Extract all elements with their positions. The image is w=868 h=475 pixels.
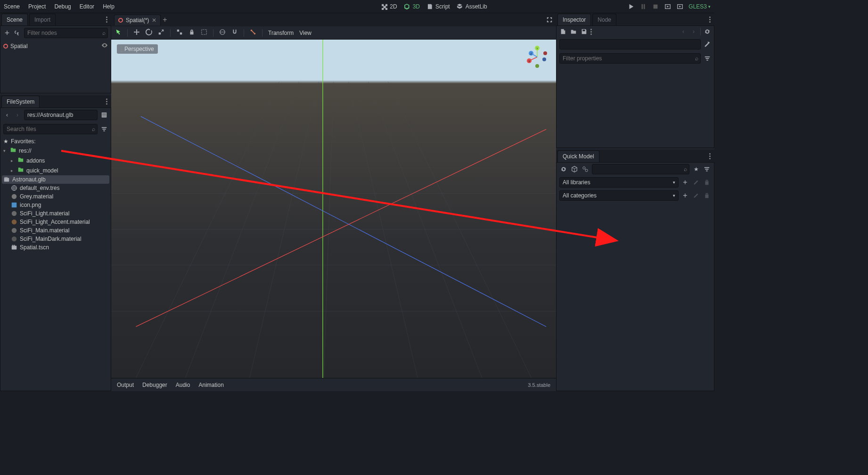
search-files-input[interactable] (3, 124, 98, 134)
svg-point-11 (12, 194, 17, 199)
tab-quickmodel[interactable]: Quick Model (557, 150, 599, 162)
file-grey-row[interactable]: Grey.material (0, 192, 111, 201)
file-scifi-maindark-row[interactable]: SciFi_MainDark.material (0, 235, 111, 243)
menu-project[interactable]: Project (28, 3, 46, 10)
qm-categories-select[interactable]: All categories ▾ (559, 190, 679, 201)
quickmodel-dock-menu-icon[interactable] (709, 153, 711, 159)
environment-icon[interactable] (219, 29, 226, 37)
file-scifi-main-row[interactable]: SciFi_Main.material (0, 226, 111, 235)
file-sort-button[interactable] (100, 125, 108, 133)
favorites-row[interactable]: ★ Favorites: (0, 137, 111, 146)
qm-sort-button[interactable] (703, 165, 711, 173)
resource-menu-icon[interactable] (590, 29, 592, 35)
select-mode-icon[interactable] (115, 29, 122, 37)
bottom-audio[interactable]: Audio (176, 382, 190, 388)
instance-scene-button[interactable] (14, 29, 21, 37)
filter-nodes-input[interactable] (24, 28, 108, 38)
group-icon[interactable] (201, 29, 207, 37)
view-menu[interactable]: View (299, 30, 311, 36)
filesystem-dock-menu-icon[interactable] (106, 98, 107, 105)
qm-instance-button[interactable] (581, 165, 590, 173)
resource-extra-button[interactable] (704, 41, 711, 48)
path-input[interactable] (24, 110, 98, 120)
inspector-dock-menu-icon[interactable] (709, 16, 711, 23)
qm-refresh-button[interactable] (559, 165, 568, 173)
tab-filesystem[interactable]: FileSystem (1, 96, 40, 107)
scene-root-node[interactable]: Spatial (0, 41, 111, 51)
resource-path-input[interactable] (559, 39, 701, 49)
save-resource-button[interactable] (580, 28, 588, 35)
history-back-button[interactable]: ‹ (680, 28, 687, 35)
folder-addons-row[interactable]: ▸ addons (0, 156, 111, 165)
history-forward-button[interactable]: › (690, 28, 697, 35)
qm-content-area[interactable] (557, 202, 714, 391)
file-spatial-row[interactable]: Spatial.tscn (0, 243, 111, 252)
scale-mode-icon[interactable] (158, 29, 164, 37)
property-options-button[interactable] (704, 55, 711, 62)
local-coords-icon[interactable] (176, 29, 183, 37)
transform-menu[interactable]: Transform (268, 30, 294, 36)
bottom-output[interactable]: Output (117, 382, 134, 388)
path-back-button[interactable]: ‹ (3, 111, 11, 119)
folder-quickmodel-row[interactable]: ▸ quick_model (0, 165, 111, 175)
qm-add-library-button[interactable]: + (681, 178, 689, 187)
scene-dock-menu-icon[interactable] (106, 16, 107, 23)
file-scifi-light-row[interactable]: SciFi_Light.material (0, 209, 111, 218)
bone-icon[interactable] (250, 29, 256, 37)
visibility-icon[interactable] (101, 42, 108, 50)
mode-script-button[interactable]: Script (426, 3, 450, 10)
bottom-animation[interactable]: Animation (198, 382, 223, 388)
add-node-button[interactable]: + (3, 29, 11, 37)
move-mode-icon[interactable] (133, 29, 140, 37)
lock-icon[interactable] (188, 29, 195, 37)
bottom-debugger[interactable]: Debugger (142, 382, 167, 388)
toggle-split-button[interactable] (100, 111, 108, 119)
stop-button[interactable] (652, 3, 659, 10)
svg-point-15 (12, 228, 17, 233)
menu-help[interactable]: Help (103, 3, 115, 10)
close-tab-icon[interactable]: ✕ (152, 17, 156, 24)
mode-assetlib-button[interactable]: AssetLib (457, 3, 487, 10)
qm-libraries-select[interactable]: All libraries ▾ (559, 177, 679, 188)
play-button[interactable] (627, 3, 635, 10)
mode-3d-button[interactable]: 3D (404, 3, 420, 10)
file-defaultenv-row[interactable]: default_env.tres (0, 184, 111, 192)
3d-viewport[interactable]: Perspective Y X Z (111, 40, 556, 378)
open-resource-button[interactable] (570, 28, 577, 35)
material-icon (11, 227, 17, 234)
tab-node[interactable]: Node (592, 14, 616, 25)
mode-2d-button[interactable]: 2D (381, 3, 397, 10)
svg-rect-22 (202, 30, 207, 35)
renderer-selector[interactable]: GLES3 ▾ (688, 3, 711, 10)
root-folder-row[interactable]: ▾ res:// (0, 146, 111, 156)
perspective-badge[interactable]: Perspective (117, 44, 158, 54)
file-scifi-accent-row[interactable]: SciFi_Light_Accent.material (0, 218, 111, 226)
tab-inspector[interactable]: Inspector (557, 14, 591, 25)
play-custom-scene-button[interactable] (676, 3, 684, 10)
tab-import[interactable]: Import (29, 14, 56, 25)
file-astronaut-row[interactable]: Astronaut.glb (2, 175, 109, 184)
snap-icon[interactable] (231, 29, 238, 37)
spatial-node-icon (118, 18, 123, 23)
refresh-button[interactable] (704, 28, 711, 35)
filter-properties-input[interactable] (559, 53, 701, 64)
file-icon-row[interactable]: icon.png (0, 201, 111, 209)
pause-button[interactable] (639, 3, 647, 10)
new-resource-button[interactable] (559, 28, 567, 35)
scene-tab-spatial[interactable]: Spatial(*) ✕ (114, 15, 161, 25)
menu-scene[interactable]: Scene (4, 3, 20, 10)
distraction-free-button[interactable] (546, 16, 553, 24)
rotate-mode-icon[interactable] (146, 29, 152, 37)
tab-scene[interactable]: Scene (1, 14, 28, 25)
viewport-gizmo[interactable]: Y X Z (525, 45, 549, 69)
qm-cube-button[interactable] (570, 165, 579, 173)
new-scene-button[interactable]: + (163, 16, 167, 24)
menu-debug[interactable]: Debug (54, 3, 71, 10)
qm-add-category-button[interactable]: + (681, 191, 689, 200)
menu-editor[interactable]: Editor (80, 3, 94, 10)
qm-star-button[interactable]: ★ (692, 165, 700, 173)
search-icon: ⌕ (102, 30, 106, 36)
qm-search-input[interactable] (592, 164, 689, 174)
path-forward-button[interactable]: › (14, 111, 21, 119)
play-scene-button[interactable] (664, 3, 671, 10)
